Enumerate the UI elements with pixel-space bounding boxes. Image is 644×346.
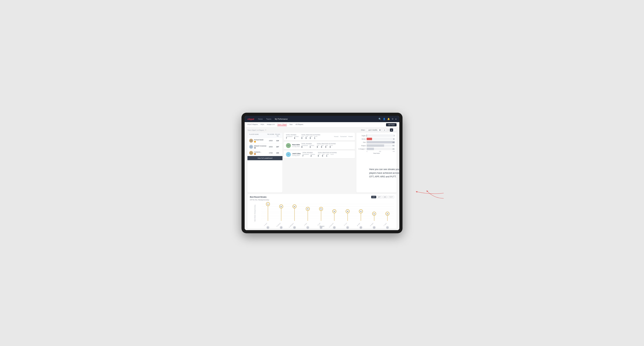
svg-text:R: R	[321, 227, 322, 228]
add-team-button[interactable]: Add Team	[386, 123, 396, 126]
bar-value: 311	[392, 145, 394, 146]
bar-track: 499	[366, 141, 395, 144]
rees-rounds: Total Rounds Tournament 8 Practice	[302, 143, 314, 148]
rees-date: 02 Sep 2023	[292, 146, 300, 147]
svg-text:6x: 6x	[280, 206, 282, 207]
svg-text:3x: 3x	[374, 213, 375, 214]
user-icon[interactable]: 👤	[383, 118, 386, 120]
svg-text:R. Britt: R. Britt	[318, 223, 320, 226]
table-view-icon[interactable]: ↕	[394, 128, 396, 132]
svg-text:E. Ebert: E. Ebert	[264, 223, 268, 226]
bar-value: 499	[392, 142, 394, 143]
streak-svg: 7xE. EbertE6xB. McHergB6xD. BillinghamD5…	[261, 202, 394, 230]
th-pb-score: PB SCORE	[267, 134, 274, 137]
period-select[interactable]: Last 3 months	[366, 128, 382, 132]
player-name-2: Edward Crossman	[254, 145, 266, 147]
annotation-text: Here you can see streaks your players ha…	[369, 168, 404, 178]
player-row-2[interactable]: EC Edward Crossman 2 18/20 107	[248, 144, 282, 150]
pb-avg-3: 103	[274, 152, 281, 154]
rees-card-left: RB Rees Britt 02 Sep 2023	[286, 143, 300, 148]
edit-icon[interactable]: ✏	[265, 129, 266, 131]
sub-nav-team-clippd[interactable]: Team Clippd	[278, 123, 287, 126]
player-avatar-1: RB	[249, 139, 253, 143]
best-round-streaks-title: Best Round Streaks	[250, 196, 266, 198]
nav-link-teams[interactable]: Teams	[266, 118, 272, 120]
pb-avg-1: 110	[274, 140, 281, 142]
nav-icons: 🔍 👤 🔔 ⚙ ●	[378, 118, 396, 120]
badge-bronze-3: 3	[254, 153, 256, 155]
list-view-icon[interactable]: ☰	[386, 128, 390, 132]
card-view-icon[interactable]: ▤	[390, 128, 393, 132]
svg-text:B. McHerg: B. McHerg	[276, 223, 280, 227]
avatar-icon[interactable]: ●	[395, 118, 396, 120]
svg-text:7x: 7x	[267, 204, 268, 205]
bar-fill	[366, 134, 367, 137]
bell-icon[interactable]: 🔔	[387, 118, 390, 120]
nav-link-home[interactable]: Home	[258, 118, 263, 120]
sub-nav-hcaps[interactable]: Hcaps 1-5	[267, 123, 274, 126]
bar-fill	[366, 144, 384, 147]
player-card-josh[interactable]: JC Josh Coles 26 Aug 2023 Total Rounds	[284, 151, 355, 158]
bar-fill	[366, 148, 374, 150]
axis-200: 200	[379, 151, 381, 152]
player-details-2: Edward Crossman 2	[254, 145, 266, 149]
sub-nav-links: PGAT Players PGA Hcaps 1-5 Team Clippd T…	[248, 123, 386, 126]
filter-app[interactable]: APP	[377, 196, 382, 198]
sub-nav-all-players[interactable]: All Players	[296, 123, 303, 126]
activities-section-first: Total Practice Activities OTT 0 APP	[301, 134, 320, 139]
svg-text:4x: 4x	[360, 211, 362, 212]
josh-activities: Total Practice Activities OTT 0 APP	[318, 152, 337, 157]
streak-chart-area: Best Streak, Fairway Accuracy 7xE. Ebert…	[250, 202, 394, 224]
bar-row: Bogeys 311	[358, 144, 395, 147]
rees-practice: Practice 4	[310, 145, 314, 148]
nav-link-my-performance[interactable]: My Performance	[274, 118, 288, 120]
svg-text:J. Coles: J. Coles	[304, 223, 307, 226]
rees-name: Rees Britt	[292, 144, 300, 146]
nav-bar: clippd Home Teams My Performance 🔍 👤 🔔 ⚙…	[245, 116, 399, 122]
player-card-first: Total Rounds Tournament 7 Practice	[284, 133, 355, 141]
search-icon[interactable]: 🔍	[378, 118, 381, 120]
player-info-1: RB Richard Butler 1	[249, 139, 267, 143]
player-card-rees[interactable]: RB Rees Britt 02 Sep 2023 Total Rounds	[284, 142, 355, 149]
sub-nav-pga[interactable]: PGA	[260, 123, 264, 126]
bar-chart-panel: Eagles 3 Birdies 96 Pars 499 Bogeys 311 …	[356, 133, 396, 192]
sub-nav: PGAT Players PGA Hcaps 1-5 Team Clippd T…	[245, 122, 399, 127]
nav-logo: clippd	[248, 118, 254, 120]
team-header: Team Clippd | 14 Players ✏ Show Last 3 m…	[245, 127, 399, 133]
sub-nav-tour[interactable]: Tour	[290, 123, 292, 126]
svg-text:4x: 4x	[347, 211, 348, 212]
player-name-1: Richard Butler	[254, 139, 264, 141]
rees-activities-vals: OTT 0 APP 0 ARG	[317, 145, 336, 148]
player-row-1[interactable]: RB Richard Butler 1 19/20 110	[248, 138, 282, 144]
sub-nav-pgat[interactable]: PGAT Players	[248, 123, 258, 126]
grid-view-icon[interactable]: ⊞	[383, 128, 386, 132]
pb-score-2: 18/20	[267, 146, 274, 148]
tournament-label-first: Tournament	[286, 136, 292, 137]
chart-axis: 0 200 400	[358, 151, 395, 152]
bar-value: 131	[392, 148, 394, 150]
putt-sub-first: PUTT 1	[314, 136, 317, 139]
player-row-3[interactable]: C Cameron... 3 17/20 103	[248, 150, 282, 156]
bar-label: Birdies	[358, 138, 366, 140]
player-info-3: C Cameron... 3	[249, 151, 267, 155]
bar-row: Birdies 96	[358, 138, 395, 140]
panels-row: PLAYER NAME PB SCORE PB AVG SQ RB Richar…	[245, 133, 399, 194]
bar-label: D. Bogeys +	[358, 148, 366, 150]
bar-value: 3	[394, 135, 394, 136]
settings-icon[interactable]: ⚙	[392, 118, 394, 120]
filter-putt[interactable]: PUTT	[388, 196, 394, 198]
axis-0: 0	[366, 151, 367, 152]
rees-tournament: Tournament 8	[302, 145, 308, 148]
nav-links: Home Teams My Performance	[258, 118, 378, 120]
main-content: Team Clippd | 14 Players ✏ Show Last 3 m…	[245, 127, 399, 230]
svg-text:R: R	[374, 227, 374, 228]
streak-plot-area: 7xE. EbertE6xB. McHergB6xD. BillinghamD5…	[261, 202, 394, 224]
view-full-leaderboard-button[interactable]: View Full Leaderboard	[248, 156, 282, 160]
bar-row: Eagles 3	[358, 134, 395, 137]
bar-label: Bogeys	[358, 145, 366, 147]
table-header: PLAYER NAME PB SCORE PB AVG SQ	[248, 133, 282, 138]
filter-arg[interactable]: ARG	[382, 196, 388, 198]
leaderboard-panel: PLAYER NAME PB SCORE PB AVG SQ RB Richar…	[248, 133, 282, 192]
badge-silver-2: 2	[254, 147, 256, 149]
filter-ott[interactable]: OTT	[371, 196, 376, 198]
